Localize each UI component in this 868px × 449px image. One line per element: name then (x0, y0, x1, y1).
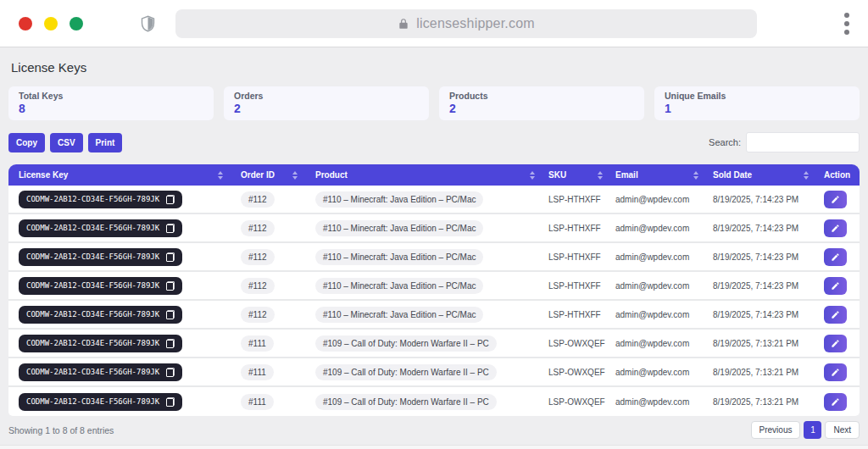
license-key-pill[interactable]: CODMW-2AB12-CD34E-F56GH-789JK (19, 219, 182, 237)
sku-text: LSP-OWXQEF (548, 339, 605, 348)
copy-icon[interactable] (166, 252, 175, 262)
license-key-text: CODMW-2AB12-CD34E-F56GH-789JK (26, 195, 159, 203)
column-header-email[interactable]: Email (610, 164, 706, 186)
copy-button[interactable]: Copy (8, 133, 45, 152)
previous-page-button[interactable]: Previous (751, 421, 801, 439)
edit-button[interactable] (824, 219, 847, 237)
sort-icon[interactable] (804, 171, 809, 180)
search-label: Search: (709, 137, 741, 147)
license-key-pill[interactable]: CODMW-2AB12-CD34E-F56GH-789JK (19, 191, 182, 208)
table-row: CODMW-2AB12-CD34E-F56GH-789JK #111 #109 … (8, 387, 860, 416)
order-id-badge: #112 (241, 278, 275, 294)
sold-date-text: 8/19/2025, 7:13:21 PM (713, 397, 798, 407)
product-badge: #109 – Call of Duty: Modern Warfare II –… (315, 364, 497, 380)
stat-card-total-keys: Total Keys 8 (8, 86, 214, 120)
table-footer: Showing 1 to 8 of 8 entries Previous 1 N… (8, 421, 860, 439)
email-text: admin@wpdev.com (615, 281, 689, 291)
license-key-pill[interactable]: CODMW-2AB12-CD34E-F56GH-789JK (19, 277, 182, 295)
maximize-window-button[interactable] (70, 17, 83, 30)
sort-icon[interactable] (292, 171, 298, 180)
sort-icon[interactable] (598, 171, 603, 180)
license-key-pill[interactable]: CODMW-2AB12-CD34E-F56GH-789JK (19, 248, 182, 266)
table-row: CODMW-2AB12-CD34E-F56GH-789JK #111 #109 … (8, 358, 860, 387)
shield-extension-icon[interactable] (139, 14, 157, 34)
edit-button[interactable] (824, 335, 847, 352)
order-id-badge: #112 (241, 191, 275, 208)
close-window-button[interactable] (19, 17, 32, 30)
email-text: admin@wpdev.com (615, 195, 689, 204)
sku-text: LSP-HTHXFF (548, 310, 601, 319)
sort-icon[interactable] (530, 171, 535, 180)
copy-icon[interactable] (166, 310, 175, 319)
license-key-pill[interactable]: CODMW-2AB12-CD34E-F56GH-789JK (19, 335, 182, 352)
pencil-icon (831, 339, 840, 348)
copy-icon[interactable] (166, 195, 175, 204)
edit-button[interactable] (824, 248, 847, 266)
column-header-license-key[interactable]: License Key (8, 164, 231, 186)
csv-button[interactable]: CSV (50, 133, 83, 152)
license-key-pill[interactable]: CODMW-2AB12-CD34E-F56GH-789JK (19, 306, 182, 324)
email-text: admin@wpdev.com (615, 224, 689, 233)
page-title: License Keys (8, 47, 860, 86)
sort-icon[interactable] (218, 171, 223, 180)
sku-text: LSP-HTHXFF (548, 224, 601, 233)
copy-icon[interactable] (166, 368, 175, 377)
search-input[interactable] (746, 132, 860, 152)
column-header-order-id[interactable]: Order ID (231, 164, 305, 186)
email-text: admin@wpdev.com (615, 397, 689, 407)
sold-date-text: 8/19/2025, 7:14:23 PM (713, 252, 798, 262)
sku-text: LSP-HTHXFF (548, 252, 601, 262)
column-header-product[interactable]: Product (305, 164, 542, 186)
url-text: licenseshipper.com (416, 16, 535, 31)
sold-date-text: 8/19/2025, 7:13:21 PM (713, 368, 798, 377)
showing-entries-text: Showing 1 to 8 of 8 entries (8, 425, 114, 435)
sold-date-text: 8/19/2025, 7:14:23 PM (713, 195, 798, 204)
copy-icon[interactable] (166, 339, 175, 348)
pencil-icon (831, 224, 840, 233)
address-bar[interactable]: licenseshipper.com (175, 9, 757, 38)
column-header-sold-date[interactable]: Sold Date (706, 164, 816, 186)
sort-icon[interactable] (693, 171, 698, 180)
sold-date-text: 8/19/2025, 7:14:23 PM (713, 224, 798, 233)
edit-button[interactable] (824, 277, 847, 295)
edit-button[interactable] (824, 363, 847, 381)
license-key-text: CODMW-2AB12-CD34E-F56GH-789JK (26, 252, 159, 261)
email-text: admin@wpdev.com (615, 368, 689, 377)
minimize-window-button[interactable] (44, 17, 58, 30)
license-key-pill[interactable]: CODMW-2AB12-CD34E-F56GH-789JK (19, 393, 182, 411)
license-key-text: CODMW-2AB12-CD34E-F56GH-789JK (26, 339, 159, 347)
table-toolbar: Copy CSV Print Search: (8, 132, 860, 152)
next-page-button[interactable]: Next (825, 421, 860, 439)
page-number-button[interactable]: 1 (804, 421, 821, 439)
pencil-icon (831, 195, 840, 204)
email-text: admin@wpdev.com (615, 339, 689, 348)
order-id-badge: #112 (241, 307, 275, 323)
edit-button[interactable] (824, 393, 847, 411)
stat-label: Products (449, 91, 634, 101)
stat-card-unique-emails: Unique Emails 1 (654, 86, 860, 120)
copy-icon[interactable] (166, 224, 175, 233)
license-key-pill[interactable]: CODMW-2AB12-CD34E-F56GH-789JK (19, 363, 182, 381)
copy-icon[interactable] (166, 397, 175, 407)
stat-card-orders: Orders 2 (224, 86, 429, 120)
license-key-text: CODMW-2AB12-CD34E-F56GH-789JK (26, 281, 159, 290)
table-row: CODMW-2AB12-CD34E-F56GH-789JK #112 #110 … (8, 214, 860, 243)
order-id-badge: #111 (241, 335, 274, 352)
edit-button[interactable] (824, 306, 847, 324)
pencil-icon (831, 310, 840, 319)
print-button[interactable]: Print (88, 133, 123, 152)
column-header-sku[interactable]: SKU (542, 164, 610, 186)
stat-label: Orders (234, 91, 419, 101)
license-key-text: CODMW-2AB12-CD34E-F56GH-789JK (26, 368, 159, 376)
stat-value: 2 (234, 102, 419, 115)
sku-text: LSP-HTHXFF (548, 281, 601, 291)
product-badge: #109 – Call of Duty: Modern Warfare II –… (315, 394, 497, 410)
browser-menu-button[interactable] (844, 13, 849, 35)
copy-icon[interactable] (166, 281, 175, 291)
stats-row: Total Keys 8 Orders 2 Products 2 Unique … (8, 86, 860, 120)
table-row: CODMW-2AB12-CD34E-F56GH-789JK #112 #110 … (8, 301, 860, 330)
table-row: CODMW-2AB12-CD34E-F56GH-789JK #112 #110 … (8, 272, 860, 301)
email-text: admin@wpdev.com (615, 310, 689, 319)
edit-button[interactable] (824, 191, 847, 208)
pagination: Previous 1 Next (751, 421, 860, 439)
